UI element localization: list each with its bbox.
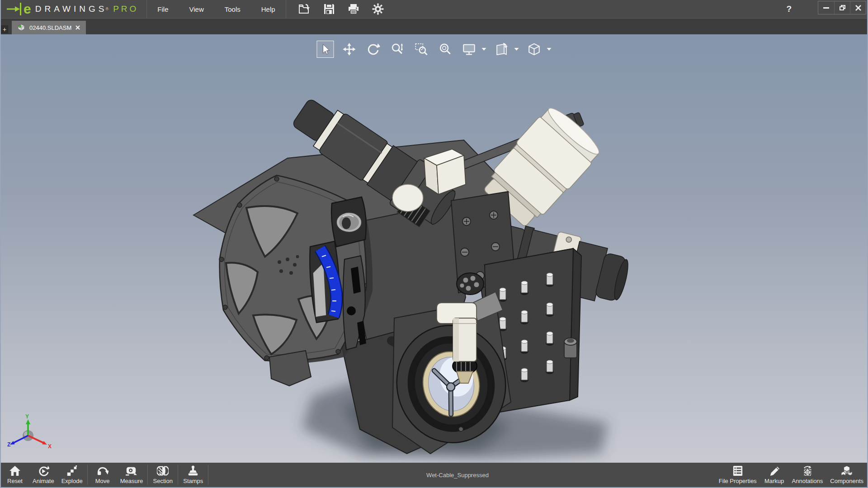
close-button[interactable] [850,1,866,14]
open-file-icon [298,3,311,15]
tab-02440-sldasm[interactable]: 02440.SLDASM [12,21,86,34]
menu-tools[interactable]: Tools [214,0,251,18]
axis-x-label: X [48,443,52,450]
move-label: Move [95,478,110,484]
statusbar-left-tools: Reset Animate Explode [1,463,209,487]
move-button[interactable]: Move [89,463,117,487]
tab-label: 02440.SLDASM [29,24,71,31]
close-icon [855,5,861,11]
markup-label: Markup [764,478,784,484]
file-properties-button[interactable]: File Properties [715,463,760,487]
file-properties-label: File Properties [719,478,757,484]
annotations-button[interactable]: Annotations [788,463,827,487]
animate-icon [38,465,49,476]
restore-icon [840,5,845,10]
components-button[interactable]: Components [826,463,867,487]
edrawings-window: e DRAWINGS ® PRO File View Tools Help [0,0,868,488]
titlebar-toolbar [286,2,385,16]
document-tabbar: + 02440.SLDASM [1,18,867,34]
gear-icon [372,3,384,15]
restore-button[interactable] [834,1,850,14]
stamps-label: Stamps [183,478,203,484]
help-button[interactable]: ? [786,4,792,14]
annotations-icon [802,465,813,476]
side-valve [564,338,577,358]
new-tab-button[interactable]: + [1,25,8,33]
explode-label: Explode [61,478,83,484]
open-file-button[interactable] [298,2,311,16]
reset-button[interactable]: Reset [1,463,29,487]
statusbar-separator [208,465,208,484]
window-controls-area: ? [786,0,867,18]
measure-button[interactable]: Measure [117,463,147,487]
statusbar-separator [147,465,148,484]
menu-help[interactable]: Help [251,0,286,18]
statusbar-separator [178,465,178,484]
orientation-triad: Y Z X [7,414,52,452]
stamps-button[interactable]: Stamps [179,463,207,487]
print-icon [348,3,359,15]
measure-label: Measure [120,478,143,484]
stamp-icon [187,465,199,476]
3d-viewport[interactable]: Y Z X [1,34,867,463]
logo-pro: PRO [113,4,138,14]
axis-z-label: Z [7,441,10,448]
home-icon [9,465,21,476]
menu-view[interactable]: View [179,0,214,18]
measure-icon [125,465,137,476]
statusbar-right-tools: File Properties Markup Annotatio [715,463,867,487]
annotations-label: Annotations [792,478,823,484]
blue-scale-window[interactable] [310,241,339,323]
logo-drawings: DRAWINGS [35,4,108,14]
edrawings-arrow-icon [6,2,23,16]
move-component-icon [97,465,108,476]
animate-label: Animate [33,478,54,484]
active-configuration-label: Wet-Cable_Suppressed [426,472,489,479]
components-label: Components [830,478,863,484]
wheel-top-window [331,197,366,247]
tab-close-button[interactable] [75,25,80,30]
animate-button[interactable]: Animate [29,463,58,487]
assembly-file-icon [18,24,25,31]
section-icon [157,465,169,476]
markup-button[interactable]: Markup [760,463,788,487]
reset-label: Reset [7,478,23,484]
window-controls [818,1,866,14]
explode-button[interactable]: Explode [58,463,86,487]
statusbar: Reset Animate Explode [1,463,867,487]
section-label: Section [153,478,173,484]
logo-e: e [24,3,31,15]
options-button[interactable] [371,2,385,16]
print-button[interactable] [347,2,360,16]
menubar: File View Tools Help [147,0,285,18]
components-icon [841,465,853,476]
menu-file[interactable]: File [147,0,179,18]
statusbar-separator [87,465,88,484]
save-button[interactable] [322,2,336,16]
pencil-icon [769,465,780,476]
minimize-icon [823,7,829,9]
save-icon [323,3,335,15]
titlebar: e DRAWINGS ® PRO File View Tools Help [1,0,867,18]
axis-y-label: Y [25,414,29,420]
explode-icon [66,465,78,476]
model-3d-assembly[interactable] [1,34,867,463]
section-button[interactable]: Section [149,463,177,487]
file-properties-icon [732,465,744,476]
logo-registered: ® [105,7,108,11]
close-icon [75,25,80,30]
minimize-button[interactable] [818,1,834,14]
wheel-slot [343,256,366,350]
app-logo: e DRAWINGS ® PRO [1,0,146,18]
